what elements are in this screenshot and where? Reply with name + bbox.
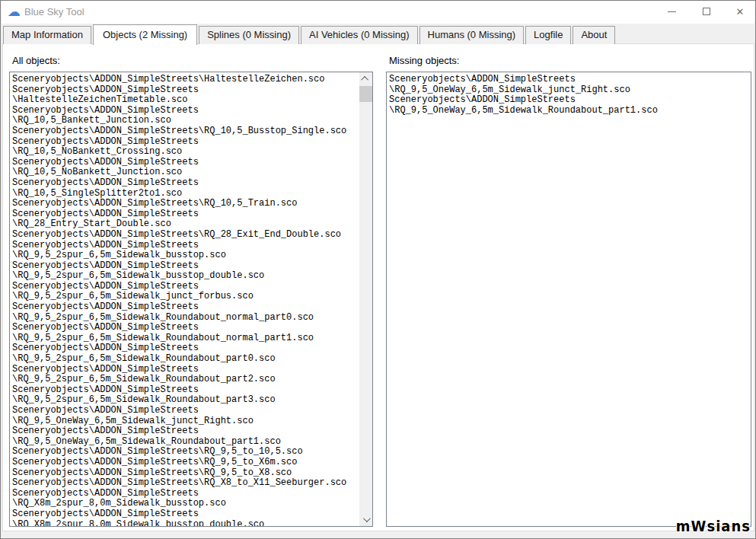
list-item[interactable]: Sceneryobjects\ADDON_SimpleStreets xyxy=(12,343,359,354)
list-item[interactable]: Sceneryobjects\ADDON_SimpleStreets xyxy=(12,85,359,96)
scroll-down-button[interactable] xyxy=(359,513,372,526)
list-item[interactable]: Sceneryobjects\ADDON_SimpleStreets\RQ_9,… xyxy=(12,468,359,479)
close-icon: ✕ xyxy=(736,7,745,17)
list-item[interactable]: Sceneryobjects\ADDON_SimpleStreets xyxy=(12,282,359,292)
list-item[interactable]: Sceneryobjects\ADDON_SimpleStreets\RQ_10… xyxy=(12,126,359,137)
list-item[interactable]: Sceneryobjects\ADDON_SimpleStreets xyxy=(12,209,359,220)
chevron-up-icon xyxy=(361,76,368,84)
list-item[interactable]: Sceneryobjects\ADDON_SimpleStreets xyxy=(12,241,359,251)
list-item[interactable]: \RQ_9,5_2spur_6,5m_Sidewalk_Roundabout_n… xyxy=(12,313,359,324)
list-item[interactable]: Sceneryobjects\ADDON_SimpleStreets xyxy=(12,323,359,333)
list-item[interactable]: Sceneryobjects\ADDON_SimpleStreets xyxy=(389,95,751,106)
tab-objects-2-missing[interactable]: Objects (2 Missing) xyxy=(93,24,197,45)
missing-objects-label: Missing objects: xyxy=(389,55,459,66)
tab-page-objects: All objects: Missing objects: Sceneryobj… xyxy=(2,43,754,531)
all-objects-lines: Sceneryobjects\ADDON_SimpleStreets\Halte… xyxy=(10,72,359,526)
list-item[interactable]: \RQ_9,5_OneWay_6,5m_Sidewalk_junct_Right… xyxy=(389,85,751,96)
list-item[interactable]: \RQ_28_Entry_Start_Double.sco xyxy=(12,219,359,230)
tab-splines-0-missing[interactable]: Splines (0 Missing) xyxy=(199,26,299,44)
list-item[interactable]: Sceneryobjects\ADDON_SimpleStreets\Halte… xyxy=(12,75,359,85)
list-item[interactable]: \RQ_10,5_NoBankett_Junction.sco xyxy=(12,167,359,178)
chevron-down-icon xyxy=(363,515,371,522)
tab-about[interactable]: About xyxy=(573,26,615,44)
list-item[interactable]: Sceneryobjects\ADDON_SimpleStreets xyxy=(12,509,359,520)
list-item[interactable]: \RQ_9,5_2spur_6,5m_Sidewalk_Roundabout_p… xyxy=(12,395,359,406)
list-item[interactable]: Sceneryobjects\ADDON_SimpleStreets xyxy=(12,489,359,499)
list-item[interactable]: \RQ_10,5_SingleSplitter2to1.sco xyxy=(12,189,359,199)
window-title: Blue Sky Tool xyxy=(24,1,85,24)
list-item[interactable]: Sceneryobjects\ADDON_SimpleStreets xyxy=(389,75,751,85)
list-item[interactable]: \RQ_X8m_2spur_8,0m_Sidewalk_busstop_doub… xyxy=(12,520,359,526)
list-item[interactable]: Sceneryobjects\ADDON_SimpleStreets xyxy=(12,178,359,189)
all-objects-label: All objects: xyxy=(12,55,60,66)
list-item[interactable]: \RQ_9,5_2spur_6,5m_Sidewalk_busstop_doub… xyxy=(12,271,359,282)
list-item[interactable]: \RQ_9,5_2spur_6,5m_Sidewalk_junct_forbus… xyxy=(12,292,359,302)
list-item[interactable]: Sceneryobjects\ADDON_SimpleStreets\RQ_10… xyxy=(12,199,359,209)
maximize-icon xyxy=(703,8,710,15)
app-window: ☁ Blue Sky Tool ✕ Map InformationObjects… xyxy=(0,0,756,539)
list-item[interactable]: \RQ_9,5_2spur_6,5m_Sidewalk_Roundabout_p… xyxy=(12,354,359,365)
watermark: mWsians xyxy=(676,518,751,534)
list-item[interactable]: \RQ_9,5_OneWay_6,5m_Sidewalk_Roundabout_… xyxy=(389,106,751,116)
missing-objects-listbox[interactable]: Sceneryobjects\ADDON_SimpleStreets\RQ_9,… xyxy=(386,72,751,527)
minimize-button[interactable] xyxy=(659,1,684,22)
close-button[interactable]: ✕ xyxy=(727,1,753,22)
tab-bar: Map InformationObjects (2 Missing)Spline… xyxy=(3,24,617,44)
tab-map-information[interactable]: Map Information xyxy=(3,26,91,44)
list-item[interactable]: Sceneryobjects\ADDON_SimpleStreets xyxy=(12,406,359,416)
list-item[interactable]: Sceneryobjects\ADDON_SimpleStreets\RQ_X8… xyxy=(12,478,359,489)
scroll-up-button[interactable] xyxy=(359,72,372,85)
maximize-button[interactable] xyxy=(694,1,719,22)
minimize-icon xyxy=(668,11,676,12)
list-item[interactable]: \RQ_9,5_OneWay_6,5m_Sidewalk_junct_Right… xyxy=(12,416,359,427)
list-item[interactable]: \HaltestelleZeichenTimetable.sco xyxy=(12,95,359,106)
list-item[interactable]: Sceneryobjects\ADDON_SimpleStreets xyxy=(12,137,359,148)
title-bar[interactable]: ☁ Blue Sky Tool ✕ xyxy=(2,1,754,24)
list-item[interactable]: \RQ_10,5_Bankett_Junction.sco xyxy=(12,116,359,126)
list-item[interactable]: \RQ_9,5_2spur_6,5m_Sidewalk_Roundabout_n… xyxy=(12,333,359,344)
scrollbar-thumb[interactable] xyxy=(359,86,372,102)
list-item[interactable]: \RQ_9,5_OneWay_6,5m_Sidewalk_Roundabout_… xyxy=(12,437,359,448)
tab-ai-vehicles-0-missing[interactable]: AI Vehicles (0 Missing) xyxy=(301,26,418,44)
list-item[interactable]: \RQ_X8m_2spur_8,0m_Sidewalk_busstop.sco xyxy=(12,499,359,509)
list-item[interactable]: Sceneryobjects\ADDON_SimpleStreets xyxy=(12,106,359,116)
list-item[interactable]: Sceneryobjects\ADDON_SimpleStreets\RQ_28… xyxy=(12,230,359,241)
tab-humans-0-missing[interactable]: Humans (0 Missing) xyxy=(419,26,525,44)
list-item[interactable]: \RQ_9,5_2spur_6,5m_Sidewalk_busstop.sco xyxy=(12,250,359,261)
list-item[interactable]: Sceneryobjects\ADDON_SimpleStreets xyxy=(12,158,359,168)
all-objects-listbox[interactable]: Sceneryobjects\ADDON_SimpleStreets\Halte… xyxy=(9,72,373,527)
list-item[interactable]: Sceneryobjects\ADDON_SimpleStreets\RQ_9,… xyxy=(12,447,359,458)
list-item[interactable]: Sceneryobjects\ADDON_SimpleStreets xyxy=(12,365,359,375)
list-item[interactable]: Sceneryobjects\ADDON_SimpleStreets xyxy=(12,302,359,313)
list-item[interactable]: Sceneryobjects\ADDON_SimpleStreets xyxy=(12,385,359,396)
missing-objects-lines: Sceneryobjects\ADDON_SimpleStreets\RQ_9,… xyxy=(387,72,751,526)
list-item[interactable]: \RQ_10,5_NoBankett_Crossing.sco xyxy=(12,147,359,158)
cloud-icon: ☁ xyxy=(8,3,21,21)
list-item[interactable]: Sceneryobjects\ADDON_SimpleStreets xyxy=(12,426,359,437)
tab-logfile[interactable]: Logfile xyxy=(525,26,571,44)
vertical-scrollbar[interactable] xyxy=(359,72,372,526)
list-item[interactable]: \RQ_9,5_2spur_6,5m_Sidewalk_Roundabout_p… xyxy=(12,375,359,385)
list-item[interactable]: Sceneryobjects\ADDON_SimpleStreets\RQ_9,… xyxy=(12,458,359,468)
list-item[interactable]: Sceneryobjects\ADDON_SimpleStreets xyxy=(12,261,359,272)
